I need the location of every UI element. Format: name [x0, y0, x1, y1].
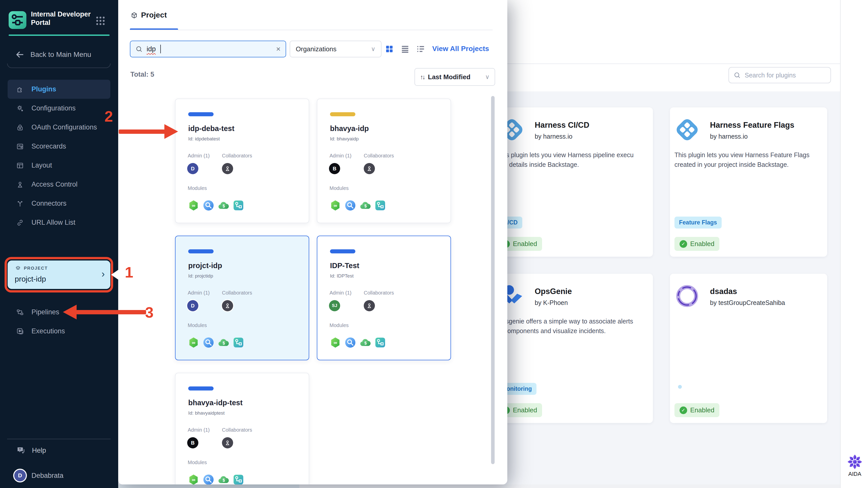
project-card-bhavya-idp-test[interactable]: bhavya-idp-test Id: bhavyaidptest Admin …	[175, 373, 309, 484]
card-color-pill	[330, 249, 355, 253]
project-card-idp-test[interactable]: IDP-Test Id: IDPTest Admin (1) Collabora…	[317, 236, 451, 360]
svg-text:∞: ∞	[192, 203, 195, 208]
card-color-pill	[188, 112, 214, 116]
help-button[interactable]: ? Help	[16, 446, 46, 455]
project-search-input[interactable]: idp	[147, 45, 156, 53]
module-ccm-icon: $	[218, 200, 229, 211]
svg-text:?: ?	[19, 448, 21, 451]
aida-assistant-button[interactable]: AIDA	[845, 454, 864, 477]
sidebar-item-plugins[interactable]: Plugins	[8, 80, 110, 99]
module-ci-icon: ∞	[188, 474, 199, 484]
project-id: Id: bhavyaidptest	[188, 410, 225, 416]
app-switcher-icon[interactable]	[95, 15, 106, 26]
plugin-title: Harness Feature Flags	[710, 121, 795, 130]
plugin-author: by harness.io	[535, 133, 572, 140]
project-card-bhavya-idp[interactable]: bhavya-idp Id: bhavyaidp Admin (1) Colla…	[317, 98, 451, 223]
user-menu[interactable]: D Debabrata	[14, 470, 63, 481]
project-id: Id: idpdebatest	[188, 136, 220, 142]
tab-divider	[130, 30, 493, 30]
annotation-box-1	[5, 257, 113, 292]
svg-text:∞: ∞	[334, 203, 337, 208]
module-sto-icon	[203, 474, 214, 484]
sidebar-item-access-control[interactable]: Access Control	[8, 175, 110, 194]
sidebar: Internal Developer Portal Back to Main M…	[0, 0, 118, 488]
person-icon	[366, 303, 373, 309]
sidebar-item-configurations[interactable]: Configurations	[8, 99, 110, 118]
compact-list-view-toggle[interactable]	[416, 44, 426, 54]
svg-text:∞: ∞	[192, 477, 195, 482]
svg-text:$: $	[222, 204, 225, 208]
grid-view-toggle[interactable]	[384, 44, 394, 54]
check-icon: ✓	[680, 240, 687, 248]
project-search-field[interactable]: idp ×	[130, 40, 286, 57]
annotation-box-1-pointer	[111, 268, 121, 281]
collaborator-avatar[interactable]	[222, 163, 233, 174]
view-all-projects-link[interactable]: View All Projects	[432, 45, 489, 53]
check-icon: ✓	[680, 406, 687, 414]
sidebar-item-scorecards[interactable]: Scorecards	[8, 137, 110, 156]
collaborator-avatar[interactable]	[222, 300, 233, 311]
admin-avatar[interactable]: D	[187, 300, 198, 311]
admin-avatar[interactable]: SJ	[329, 300, 340, 311]
plugin-tag-dot	[678, 385, 682, 389]
admin-label: Admin (1)	[330, 153, 351, 159]
project-id: Id: projctidp	[188, 273, 213, 279]
module-ci-icon: ∞	[188, 337, 199, 348]
project-card-idp-deba-test[interactable]: idp-deba-test Id: idpdebatest Admin (1) …	[175, 98, 309, 223]
modules-label: Modules	[188, 185, 207, 191]
plugin-author: by testGroupCreateSahiba	[710, 299, 785, 307]
tab-project[interactable]: Project	[141, 11, 167, 19]
collaborators-label: Collaborators	[364, 153, 394, 159]
plugins-search-field[interactable]	[728, 67, 831, 83]
sidebar-nav: Plugins Configurations OAuth Configurati…	[8, 80, 110, 232]
plugin-card-harness-cicd[interactable]: Harness CI/CD by harness.io This plugin …	[495, 107, 653, 257]
gear-icon	[16, 105, 24, 112]
clear-search-icon[interactable]: ×	[276, 45, 281, 53]
sort-arrows-icon: ↑↓	[420, 74, 424, 81]
project-card-projct-idp[interactable]: projct-idp Id: projctidp Admin (1) Colla…	[175, 236, 309, 360]
project-id: Id: bhavyaidp	[330, 136, 359, 142]
plugins-search-input[interactable]	[744, 71, 821, 79]
annotation-arrow-3-head	[63, 305, 76, 319]
plugin-card-harness-feature-flags[interactable]: Harness Feature Flags by harness.io This…	[670, 107, 827, 257]
plugin-status-badge: ✓Enabled	[675, 403, 719, 417]
user-avatar[interactable]: D	[14, 470, 26, 481]
list-view-toggle[interactable]	[400, 44, 410, 54]
module-icons: ∞ $	[330, 200, 386, 211]
admin-avatar[interactable]: B	[329, 163, 340, 174]
admin-label: Admin (1)	[188, 153, 210, 159]
module-ci-icon: ∞	[188, 200, 199, 211]
sidebar-item-layout[interactable]: Layout	[8, 156, 110, 175]
annotation-arrow-2-head	[164, 124, 178, 139]
layout-icon	[16, 162, 24, 169]
annotation-number-2: 2	[104, 108, 113, 125]
module-icons: ∞ $	[188, 200, 244, 211]
annotation-arrow-2-shaft	[119, 130, 165, 134]
sort-dropdown[interactable]: ↑↓ Last Modified ∨	[414, 68, 495, 86]
organizations-dropdown[interactable]: Organizations ∨	[290, 40, 381, 57]
sidebar-item-executions[interactable]: Executions	[8, 322, 110, 341]
plugin-card-dsadas[interactable]: dsadas by testGroupCreateSahiba ✓Enabled	[670, 274, 827, 423]
collaborator-avatar[interactable]	[364, 163, 375, 174]
plugin-description: This plugin lets you view Harness pipeli…	[497, 150, 648, 169]
vertical-scrollbar-thumb[interactable]	[491, 96, 495, 464]
module-icons: ∞ $	[188, 474, 244, 484]
plugin-card-opsgenie[interactable]: OpsGenie by K-Phoen Opsgenie offers a si…	[495, 274, 653, 423]
sidebar-item-connectors[interactable]: Connectors	[8, 194, 110, 213]
svg-text:$: $	[364, 341, 367, 345]
collaborator-avatar[interactable]	[364, 300, 375, 311]
admin-avatar[interactable]: B	[187, 437, 198, 449]
link-icon	[16, 219, 24, 227]
collaborators-label: Collaborators	[364, 290, 394, 296]
project-name: idp-deba-test	[188, 124, 235, 133]
plugin-description: This plugin lets you view Harness Featur…	[675, 150, 826, 169]
sidebar-item-url-allow-list[interactable]: URL Allow List	[8, 213, 110, 232]
collaborator-avatar[interactable]	[222, 437, 233, 449]
back-to-main-menu[interactable]: Back to Main Menu	[15, 50, 91, 59]
annotation-number-1: 1	[125, 263, 133, 281]
sidebar-item-oauth-configurations[interactable]: OAuth Configurations	[8, 118, 110, 137]
module-sto-icon	[344, 200, 356, 211]
admin-avatar[interactable]: D	[187, 163, 198, 174]
module-ci-icon: ∞	[330, 337, 341, 348]
horizontal-scrollbar-thumb[interactable]	[118, 484, 299, 488]
